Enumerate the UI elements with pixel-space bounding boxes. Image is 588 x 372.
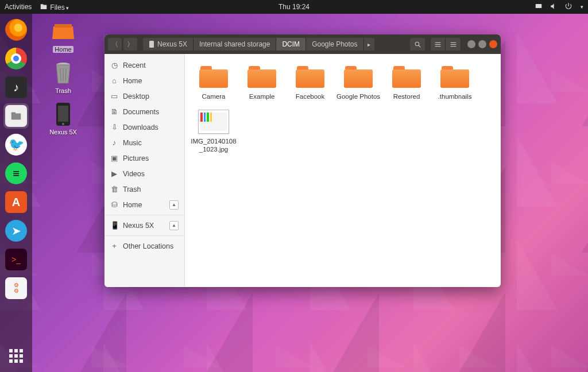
dock-rhythmbox[interactable]: ♪	[3, 75, 29, 100]
file-label: Restored	[384, 93, 430, 101]
svg-rect-11	[58, 106, 68, 122]
sidebar-downloads[interactable]: ⇩Downloads	[105, 119, 184, 135]
sidebar-item-label: Home	[123, 201, 142, 209]
crumb-label: Google Photos	[312, 40, 357, 48]
sidebar-desktop[interactable]: ▭Desktop	[105, 88, 184, 104]
crumb-device[interactable]: Nexus 5X	[143, 38, 194, 51]
show-apps-button[interactable]	[0, 340, 32, 372]
window-close[interactable]	[489, 40, 497, 48]
sidebar-trash[interactable]: 🗑Trash	[105, 181, 184, 197]
dock-chrome[interactable]	[3, 46, 29, 71]
search-button[interactable]	[410, 38, 425, 51]
crumb-googlephotos[interactable]: Google Photos	[306, 38, 363, 51]
sidebar-item-label: Home	[123, 77, 142, 85]
dock-firefox[interactable]	[3, 17, 29, 42]
sidebar-pictures[interactable]: ▣Pictures	[105, 150, 184, 166]
window-minimize[interactable]	[467, 40, 475, 48]
dock-terminal[interactable]: >_	[3, 247, 29, 272]
view-list-button[interactable]	[431, 38, 446, 51]
sidebar-item-label: Documents	[123, 108, 159, 116]
svg-rect-5	[55, 24, 72, 28]
crumb-dcim[interactable]: DCIM	[276, 38, 306, 51]
sidebar-device-nexus5x[interactable]: 📱Nexus 5X▲	[105, 218, 184, 233]
folder-googlephotos[interactable]: Google Photos	[335, 62, 381, 103]
desktop-icon-nexus5x[interactable]: Nexus 5X	[41, 102, 85, 135]
desktop-icon-home[interactable]: Home	[41, 20, 85, 53]
dock-spotify[interactable]: ≡	[3, 161, 29, 186]
window-titlebar[interactable]: 〈 〉 Nexus 5X Internal shared storage DCI…	[105, 34, 501, 54]
dock-settings[interactable]: ⚙⚙	[3, 276, 29, 301]
svg-rect-2	[536, 3, 542, 7]
window-maximize[interactable]	[478, 40, 486, 48]
crumb-label: Internal shared storage	[199, 40, 270, 48]
folder-icon	[198, 64, 229, 90]
folder-restored[interactable]: Restored	[384, 62, 430, 103]
trash-icon	[49, 61, 78, 85]
sidebar-videos[interactable]: ▶Videos	[105, 166, 184, 181]
eject-button[interactable]: ▲	[169, 221, 179, 230]
gnome-topbar: Activities Files▾ Thu 19:24 ▾	[0, 0, 588, 14]
files-window: 〈 〉 Nexus 5X Internal shared storage DCI…	[105, 34, 501, 287]
folder-icon	[391, 64, 422, 90]
power-icon[interactable]	[564, 2, 572, 12]
sidebar-home[interactable]: ⌂Home	[105, 73, 184, 88]
sidebar-other-locations[interactable]: +Other Locations	[105, 238, 184, 254]
desktop-icon-label: Home	[53, 46, 73, 53]
breadcrumb-more[interactable]: ▸	[364, 38, 374, 51]
svg-rect-4	[11, 113, 16, 115]
svg-line-15	[419, 45, 420, 47]
desktop-icon-trash[interactable]: Trash	[41, 61, 85, 94]
volume-icon[interactable]	[550, 2, 558, 12]
dock-files[interactable]	[3, 103, 29, 129]
chevron-down-icon: ▾	[66, 5, 69, 11]
list-icon	[434, 41, 442, 48]
sidebar-disk-home[interactable]: ⛁Home▲	[105, 197, 184, 212]
desktop-icon-label: Trash	[55, 87, 71, 94]
folder-camera[interactable]: Camera	[191, 62, 237, 103]
svg-rect-19	[450, 42, 456, 42]
dock-telegram[interactable]: ➤	[3, 218, 29, 243]
clock-icon: ◷	[110, 61, 118, 69]
file-label: IMG_20140108_1023.jpg	[191, 138, 237, 154]
file-label: Camera	[191, 93, 237, 101]
dock-software[interactable]: A	[3, 189, 29, 215]
sidebar-music[interactable]: ♪Music	[105, 135, 184, 150]
activities-button[interactable]: Activities	[5, 3, 32, 11]
grid-icon	[9, 349, 23, 363]
sidebar-item-label: Music	[123, 139, 142, 147]
folder-facebook[interactable]: Facebook	[287, 62, 333, 103]
search-icon	[414, 41, 421, 48]
forward-button[interactable]: 〉	[123, 38, 137, 51]
sidebar-documents[interactable]: 🗎Documents	[105, 104, 184, 119]
file-label: Facebook	[287, 93, 333, 101]
videos-icon: ▶	[110, 169, 118, 178]
svg-point-12	[62, 123, 64, 125]
trash-icon: 🗑	[110, 185, 118, 193]
sidebar-item-label: Pictures	[123, 154, 149, 162]
svg-rect-17	[435, 44, 441, 44]
files-content-area[interactable]: Camera Example Facebook Google Photos Re…	[185, 54, 501, 287]
screen-icon[interactable]	[535, 2, 543, 12]
eject-button[interactable]: ▲	[169, 200, 179, 210]
app-menu-label: Files	[50, 3, 64, 11]
app-menu[interactable]: Files▾	[40, 3, 68, 11]
music-icon: ♪	[110, 138, 118, 147]
svg-rect-20	[450, 44, 456, 44]
folder-example[interactable]: Example	[239, 62, 285, 103]
svg-point-14	[415, 42, 419, 46]
phone-icon: 📱	[110, 221, 118, 230]
back-button[interactable]: 〈	[108, 38, 122, 51]
sidebar-recent[interactable]: ◷Recent	[105, 57, 184, 73]
crumb-storage[interactable]: Internal shared storage	[194, 38, 276, 51]
sidebar-item-label: Other Locations	[123, 242, 173, 250]
files-sidebar: ◷Recent ⌂Home ▭Desktop 🗎Documents ⇩Downl…	[105, 54, 185, 287]
desktop-icon: ▭	[110, 92, 118, 100]
file-image[interactable]: IMG_20140108_1023.jpg	[191, 107, 237, 156]
dock: ♪ 🐦 ≡ A ➤ >_ ⚙⚙	[0, 14, 32, 372]
clock[interactable]: Thu 19:24	[278, 3, 310, 11]
sidebar-separator	[105, 215, 184, 215]
sidebar-item-label: Trash	[123, 185, 141, 193]
dock-corebird[interactable]: 🐦	[3, 132, 29, 157]
folder-thumbnails[interactable]: .thumbnails	[432, 62, 478, 103]
hamburger-menu[interactable]	[446, 38, 461, 51]
